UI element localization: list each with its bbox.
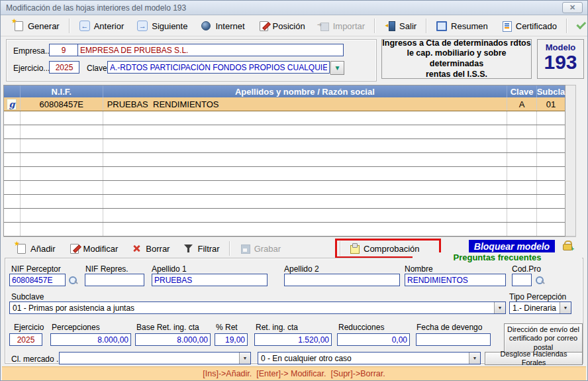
salir-label: Salir <box>399 21 416 31</box>
ejercicio-detail-field[interactable] <box>9 333 42 346</box>
grid-empty-row[interactable] <box>4 111 565 125</box>
cl-mercado-combo[interactable]: ▼ <box>59 352 251 364</box>
otro-caso-combo[interactable]: 0 - En cualquier otro caso ▼ <box>258 352 481 364</box>
dropdown-arrow-icon: ▼ <box>334 64 341 72</box>
main-toolbar: Generar ← Anterior → Siguiente Internet … <box>1 16 587 36</box>
desglose-haciendas-label: Desglose Haciendas Forales <box>487 350 580 367</box>
grid-empty-row[interactable] <box>4 223 565 237</box>
nif-repres-field[interactable] <box>85 274 144 286</box>
apellido1-field[interactable] <box>152 274 268 286</box>
ret-ing-cta-field[interactable] <box>254 333 332 346</box>
apellido2-label: Apellido 2 <box>284 264 319 274</box>
delete-x-icon <box>131 243 142 254</box>
base-ret-field[interactable] <box>135 333 211 346</box>
siguiente-label: Siguiente <box>152 21 187 31</box>
codpro-label: Cod.Pro <box>512 264 541 274</box>
posicion-button[interactable]: Posición <box>252 18 311 34</box>
dropdown-arrow-icon[interactable]: ▼ <box>494 302 505 313</box>
preguntas-frecuentes-link[interactable]: Preguntas frecuentes <box>413 252 582 262</box>
grid-empty-row[interactable] <box>4 195 565 209</box>
row-subclave-cell[interactable]: 01 <box>537 97 565 111</box>
clave-dropdown-button[interactable]: ▼ <box>330 61 344 75</box>
salir-button[interactable]: Salir <box>379 18 422 34</box>
siguiente-button[interactable]: → Siguiente <box>131 18 193 34</box>
row-nombre-cell[interactable]: PRUEBAS RENDIMIENTOS <box>103 97 508 111</box>
grid-empty-row[interactable] <box>4 153 565 167</box>
pct-ret-field[interactable] <box>215 333 248 346</box>
modificar-button[interactable]: Modificar <box>63 241 124 256</box>
desglose-haciendas-button[interactable]: Desglose Haciendas Forales <box>485 352 583 365</box>
dropdown-arrow-icon[interactable]: ▼ <box>469 353 480 364</box>
grid-selected-row[interactable]: g 60808457E PRUEBAS RENDIMIENTOS A 01 <box>4 97 565 111</box>
grid-empty-rows <box>4 111 565 237</box>
edit-icon <box>69 243 79 254</box>
clave-field[interactable] <box>107 61 330 74</box>
tipo-percepcion-combo[interactable]: 1.- Dineraria ▼ <box>509 301 571 314</box>
add-icon <box>16 243 26 254</box>
resumen-button[interactable]: Resumen <box>430 18 494 34</box>
grid-header-subclave[interactable]: Subcla <box>537 85 565 97</box>
grid-empty-row[interactable] <box>4 139 565 153</box>
generar-label: Generar <box>28 21 60 31</box>
status-bar: [Ins]->Añadir. [Enter]-> Modificar. [Sup… <box>2 366 586 380</box>
grid-empty-row[interactable] <box>4 167 565 181</box>
percepciones-field[interactable] <box>50 333 131 346</box>
grid-empty-row[interactable] <box>4 209 565 223</box>
reducciones-field[interactable] <box>337 333 410 346</box>
edit-position-icon <box>258 21 269 31</box>
generar-button[interactable]: Generar <box>7 18 66 34</box>
lock-icon[interactable]: + <box>562 240 572 250</box>
dropdown-arrow-icon[interactable]: ▼ <box>239 353 250 364</box>
globe-icon <box>201 21 211 31</box>
nif-perceptor-field[interactable] <box>9 274 66 286</box>
bloquear-modelo-button[interactable]: Bloquear modelo <box>469 240 555 253</box>
empresa-nombre-field[interactable] <box>77 44 344 56</box>
filtrar-button[interactable]: Filtrar <box>177 241 225 256</box>
anadir-button[interactable]: Añadir <box>10 241 62 256</box>
empresa-codigo-field[interactable] <box>49 44 78 56</box>
modificar-label: Modificar <box>83 244 119 254</box>
subclave-combo[interactable]: 01 - Primas por asistencia a juntas ▼ <box>9 301 506 314</box>
perceptores-grid: N.I.F. Apellidos y nombre / Razón social… <box>3 85 565 237</box>
nif-perceptor-search-icon[interactable] <box>68 275 78 286</box>
row-clave-cell[interactable]: A <box>507 97 537 111</box>
row-nif-cell[interactable]: 60808457E <box>21 97 103 111</box>
status-text: [Ins]->Añadir. [Enter]-> Modificar. [Sup… <box>203 369 385 378</box>
grid-header-nombre[interactable]: Apellidos y nombre / Razón social <box>103 85 507 97</box>
exit-door-icon <box>385 21 395 31</box>
grid-scrollbar[interactable] <box>565 85 576 237</box>
arrow-right-icon: → <box>137 21 148 31</box>
certificado-button[interactable]: Certificado <box>495 18 563 34</box>
info-line1: Ingresos a Cta de determinados rdtos <box>382 38 531 49</box>
row-pointer-cell: g <box>4 97 21 111</box>
close-button[interactable]: ✕ <box>562 2 583 13</box>
grid-empty-row[interactable] <box>4 181 565 195</box>
grid-header-nif[interactable]: N.I.F. <box>21 85 103 97</box>
dropdown-arrow-icon[interactable]: ▼ <box>560 302 571 313</box>
ejercicio-detail-label: Ejercicio <box>14 323 44 332</box>
grid-empty-row[interactable] <box>4 125 565 139</box>
grid-header: N.I.F. Apellidos y nombre / Razón social… <box>4 85 565 97</box>
fecha-devengo-field[interactable] <box>416 333 491 346</box>
borrar-label: Borrar <box>146 244 170 254</box>
comprobar-nif-button[interactable]: Comprobar Nif ▼ <box>571 18 588 34</box>
record-pointer-icon: g <box>7 99 17 110</box>
borrar-button[interactable]: Borrar <box>125 241 175 256</box>
nombre-field[interactable] <box>405 274 506 286</box>
internet-label: Internet <box>215 21 244 31</box>
codpro-search-icon[interactable] <box>534 275 545 286</box>
filter-funnel-icon <box>183 243 193 254</box>
grid-header-clave[interactable]: Clave <box>507 85 537 97</box>
modelo-number: 193 <box>538 52 583 72</box>
codpro-field[interactable] <box>512 274 532 286</box>
ejercicio-label: Ejercicio... <box>13 64 50 73</box>
apellido2-field[interactable] <box>284 274 400 286</box>
posicion-label: Posición <box>273 21 305 31</box>
anterior-button[interactable]: ← Anterior <box>74 18 130 34</box>
internet-button[interactable]: Internet <box>195 18 250 34</box>
direccion-envio-label: Dirección de envío del certificado por c… <box>507 325 580 352</box>
nif-perceptor-label: NIF Perceptor <box>11 264 61 274</box>
importar-button: Importar <box>313 18 371 34</box>
ejercicio-field[interactable] <box>49 61 79 74</box>
pct-ret-label: % Ret <box>216 323 238 332</box>
